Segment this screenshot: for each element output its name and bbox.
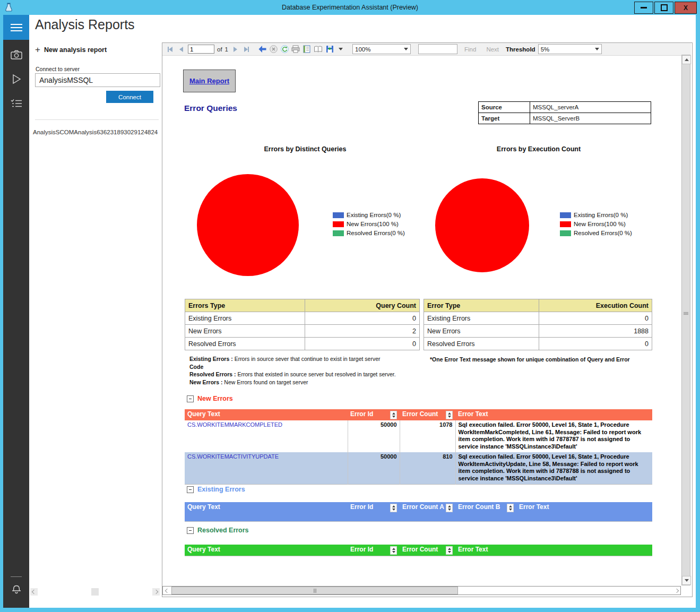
next-page-button[interactable] (231, 45, 239, 54)
table-row: Existing Errors0 (424, 312, 652, 325)
server-name-input[interactable] (35, 73, 160, 87)
summary-table-executions: Error Type Execution Count Existing Erro… (424, 299, 652, 350)
scrollbar-thumb[interactable] (91, 588, 99, 596)
legend-left: Existing Errors(0 %) New Errors(100 %) R… (333, 212, 405, 236)
page-number-input[interactable] (188, 45, 214, 54)
sidebar-button-replay[interactable] (3, 71, 29, 87)
new-analysis-report-button[interactable]: + New analysis report (35, 46, 107, 54)
sidebar-button-analysis[interactable] (3, 96, 29, 111)
scroll-left-button[interactable] (30, 588, 38, 596)
existing-errors-section-toggle[interactable]: Existing Errors (187, 486, 245, 493)
notifications-button[interactable] (3, 581, 29, 597)
minimize-icon (641, 7, 647, 8)
legend-swatch-resolved (560, 230, 571, 236)
legend-swatch-resolved (333, 230, 344, 236)
maximize-button[interactable] (654, 2, 673, 14)
sort-icon[interactable] (507, 504, 514, 512)
first-page-icon (169, 47, 172, 52)
scroll-up-button[interactable] (682, 55, 691, 64)
threshold-select[interactable]: 5% (538, 44, 602, 54)
connect-button[interactable]: Connect (106, 91, 153, 103)
scrollbar-thumb[interactable] (171, 587, 458, 594)
report-viewer: of 1 100% Find (162, 42, 693, 597)
source-target-table: Source MSSQL_serverA Target MSSQL_Server… (478, 101, 651, 124)
find-next-button[interactable]: Next (486, 46, 499, 53)
horizontal-scrollbar[interactable] (162, 586, 681, 595)
connect-to-server-label: Connect to server (36, 66, 80, 72)
legend-item: New Errors(100 %) (560, 221, 632, 227)
legend-item: Existing Errors(0 %) (333, 212, 405, 218)
close-button[interactable]: X (675, 2, 697, 14)
pie-chart-distinct-queries (197, 174, 299, 276)
report-title: Error Queries (184, 104, 237, 113)
table-row: CS.WORKITEMMARKCOMPLETED 50000 1078 Sql … (185, 420, 652, 452)
hamburger-icon (11, 24, 22, 25)
legend-item: Existing Errors(0 %) (560, 212, 632, 218)
last-page-button[interactable] (242, 45, 250, 54)
chevron-left-icon (32, 590, 36, 594)
new-errors-section-toggle[interactable]: New Errors (187, 395, 233, 402)
scroll-left-button[interactable] (163, 587, 171, 594)
print-layout-button[interactable] (303, 45, 311, 54)
table-row: Target MSSQL_ServerB (479, 113, 651, 124)
plus-icon: + (35, 46, 40, 54)
export-button[interactable] (325, 45, 334, 54)
scroll-right-button[interactable] (672, 587, 680, 594)
refresh-button[interactable] (280, 45, 289, 54)
chevron-right-icon (154, 590, 158, 594)
sort-icon[interactable] (446, 504, 453, 512)
resolved-errors-section-toggle[interactable]: Resolved Errors (187, 527, 249, 534)
chevron-down-icon (404, 48, 408, 50)
zoom-select[interactable]: 100% (352, 44, 411, 54)
page-title: Analysis Reports (35, 17, 135, 32)
maximize-icon (661, 4, 668, 11)
analysis-list-item[interactable]: AnalysisSCOMAnalysis636231893029124824 (33, 129, 158, 135)
camera-icon (10, 49, 23, 61)
table-row: New Errors2 (185, 325, 420, 338)
menu-button[interactable] (3, 15, 29, 40)
back-button[interactable] (258, 45, 266, 54)
find-input[interactable] (418, 44, 457, 54)
first-page-button[interactable] (166, 45, 174, 54)
query-link[interactable]: CS.WORKITEMMARKCOMPLETED (185, 420, 348, 452)
window-border-right (696, 15, 700, 608)
sort-icon[interactable] (446, 546, 453, 555)
table-row: Resolved Errors0 (185, 338, 420, 350)
source-label: Source (479, 102, 530, 113)
close-icon: X (684, 4, 688, 12)
sort-icon[interactable] (390, 411, 397, 419)
refresh-icon (281, 45, 289, 53)
collapse-icon[interactable] (187, 395, 194, 402)
bell-icon (10, 582, 23, 595)
scroll-down-button[interactable] (682, 576, 691, 585)
main-report-button[interactable]: Main Report (183, 70, 236, 92)
previous-page-button[interactable] (177, 45, 185, 54)
page-count-label: 1 (225, 46, 228, 53)
table-row: Source MSSQL_serverA (479, 102, 651, 113)
sort-icon[interactable] (446, 411, 453, 419)
table-header-row: Errors Type Query Count (185, 299, 420, 312)
query-link[interactable]: CS.WORKITEMACTIVITYUPDATE (185, 452, 348, 485)
collapse-icon[interactable] (187, 527, 194, 534)
stop-button[interactable] (269, 45, 278, 54)
minimize-button[interactable] (634, 2, 653, 14)
export-dropdown-button[interactable] (336, 45, 345, 54)
print-button[interactable] (291, 45, 300, 54)
sidebar-button-capture[interactable] (3, 47, 29, 63)
vertical-scrollbar[interactable] (681, 55, 690, 585)
collapse-icon[interactable] (187, 486, 194, 493)
last-page-icon (244, 47, 248, 52)
legend-swatch-new (560, 221, 571, 227)
scroll-right-button[interactable] (152, 588, 160, 596)
chevron-down-icon (685, 579, 689, 582)
panel-divider (35, 119, 159, 120)
sort-icon[interactable] (390, 504, 397, 512)
find-button[interactable]: Find (464, 46, 476, 53)
back-arrow-icon (258, 46, 266, 53)
sidebar-divider (11, 576, 22, 577)
panel-horizontal-scrollbar[interactable] (30, 588, 160, 596)
sort-icon[interactable] (390, 546, 397, 555)
legend-swatch-existing (560, 212, 571, 218)
page-setup-button[interactable] (314, 45, 323, 54)
printer-icon (291, 45, 300, 53)
